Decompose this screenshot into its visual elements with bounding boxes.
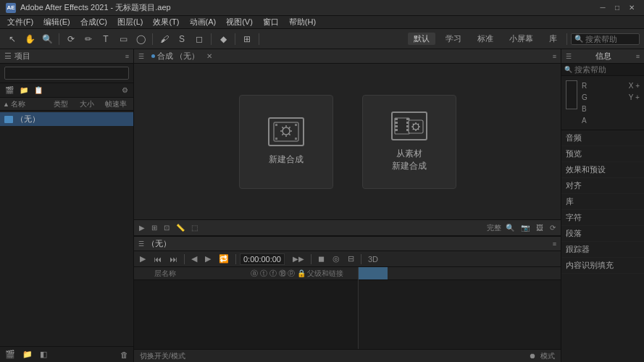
tl-quality-btn[interactable]: ◼ [315, 253, 327, 264]
close-button[interactable]: ✕ [625, 2, 638, 14]
tool-zoom[interactable]: 🔍 [39, 31, 55, 47]
tl-prev-keyframe-btn[interactable]: ◀ [188, 253, 200, 264]
tool-text[interactable]: T [98, 31, 114, 47]
tl-motion-blur-btn[interactable]: ◎ [330, 253, 343, 264]
comp-tab[interactable]: 合成 （无） [147, 51, 204, 62]
tool-clone[interactable]: S [174, 31, 190, 47]
section-content-aware[interactable]: 内容识别填充 [561, 258, 644, 274]
comp-always-preview-btn[interactable]: ▶ [137, 223, 147, 232]
timeline-menu-icon[interactable]: ☰ [138, 240, 144, 248]
section-align[interactable]: 对齐 [561, 178, 644, 194]
menu-effects[interactable]: 效果(T) [149, 16, 183, 28]
section-effects[interactable]: 效果和预设 [561, 162, 644, 178]
project-new-folder-footer-btn[interactable]: 📁 [20, 349, 35, 360]
info-rgba-values: R G B A [582, 80, 587, 127]
menu-layer[interactable]: 图层(L) [113, 16, 147, 28]
project-search-input[interactable] [4, 67, 129, 80]
tool-select[interactable]: ↖ [4, 31, 20, 47]
mode-small-screen[interactable]: 小屏幕 [503, 33, 539, 45]
section-paragraph[interactable]: 段落 [561, 226, 644, 242]
help-search-input[interactable] [585, 35, 636, 43]
tool-eraser[interactable]: ◻ [191, 31, 207, 47]
section-preview[interactable]: 预览 [561, 146, 644, 162]
info-panel-options-icon[interactable]: ≡ [636, 53, 640, 60]
comp-panel-options-icon[interactable]: ≡ [553, 53, 556, 60]
project-new-comp-btn[interactable]: 📋 [32, 85, 45, 95]
project-panel-menu-icon[interactable]: ☰ [4, 51, 12, 61]
project-interpret-btn[interactable]: 🎬 [3, 85, 16, 95]
menu-help[interactable]: 帮助(H) [285, 16, 320, 28]
menu-view[interactable]: 视图(V) [222, 16, 257, 28]
mode-learn[interactable]: 学习 [440, 33, 467, 45]
status-mode-btn[interactable]: 模式 [540, 351, 555, 361]
info-panel-menu-icon[interactable]: ☰ [566, 53, 572, 60]
comp-preview-btn[interactable]: ⟳ [548, 223, 558, 232]
comp-ruler-btn[interactable]: 📏 [174, 223, 187, 232]
project-interpret-footage-btn[interactable]: 🎬 [3, 349, 17, 360]
comp-snapshot-btn[interactable]: 📷 [519, 223, 532, 232]
project-panel-footer: 🎬 📁 ◧ 🗑 [0, 346, 133, 362]
tool-paint[interactable]: 🖌 [156, 31, 172, 47]
svg-rect-10 [275, 124, 277, 126]
timeline-playhead[interactable] [359, 267, 388, 279]
main-toolbar: ↖ ✋ 🔍 ⟳ ✏ T ▭ ◯ 🖌 S ◻ ◆ ⊞ 默认 学习 标准 小屏幕 库… [0, 29, 644, 49]
timeline-options-icon[interactable]: ≡ [553, 240, 556, 248]
project-item[interactable]: （无） [0, 112, 133, 126]
timeline-tab-label[interactable]: （无） [147, 238, 171, 249]
comp-tab-close[interactable]: ✕ [206, 52, 212, 60]
mode-standard[interactable]: 标准 [472, 33, 499, 45]
timeline-ruler[interactable] [359, 267, 561, 280]
menu-edit[interactable]: 编辑(E) [39, 16, 75, 28]
tool-puppet[interactable]: ◆ [215, 31, 231, 47]
project-settings-btn[interactable]: ⚙ [120, 85, 130, 95]
menu-file[interactable]: 文件(F) [3, 16, 38, 28]
menu-window[interactable]: 窗口 [259, 16, 283, 28]
tool-rotate[interactable]: ⟳ [63, 31, 79, 47]
tl-last-frame-btn[interactable]: ⏭ [167, 254, 180, 264]
timeline-panel-header: ☰ （无） ≡ [134, 237, 561, 251]
menu-composition[interactable]: 合成(C) [76, 16, 112, 28]
tool-shape-ellipse[interactable]: ◯ [133, 31, 149, 47]
info-search-input[interactable] [574, 65, 632, 74]
tool-hand[interactable]: ✋ [22, 31, 38, 47]
mode-library[interactable]: 库 [543, 33, 563, 45]
section-character[interactable]: 字符 [561, 210, 644, 226]
section-library[interactable]: 库 [561, 194, 644, 210]
comp-region-btn[interactable]: ⬚ [189, 223, 200, 232]
comp-grid-btn[interactable]: ⊞ [149, 223, 159, 232]
window-controls: ─ □ ✕ [596, 2, 638, 14]
app-icon: AE [6, 3, 16, 13]
from-footage-card[interactable]: 从素材 新建合成 [362, 95, 456, 189]
project-new-comp-footer-btn[interactable]: ◧ [38, 349, 49, 360]
new-comp-label: 新建合成 [269, 153, 304, 166]
status-toggle-btn[interactable]: 切换开关/模式 [140, 351, 185, 361]
tl-play-btn[interactable]: ▶ [137, 253, 149, 264]
tl-3d-layer-btn[interactable]: 3D [365, 254, 381, 264]
info-sections-list: 音频 预览 效果和预设 对齐 库 字符 段落 跟踪器 内容识别填充 [561, 130, 644, 274]
tl-loop-btn[interactable]: 🔁 [216, 253, 232, 264]
minimize-button[interactable]: ─ [596, 2, 609, 14]
tool-pen[interactable]: ✏ [80, 31, 96, 47]
project-delete-btn[interactable]: 🗑 [118, 350, 130, 360]
status-play-btn[interactable]: ⏺ [529, 352, 536, 360]
tool-shape-rect[interactable]: ▭ [115, 31, 131, 47]
comp-zoom-btn[interactable]: 🔍 [503, 223, 517, 232]
project-panel-options-icon[interactable]: ≡ [125, 53, 129, 60]
mode-default[interactable]: 默认 [408, 33, 435, 45]
tool-align[interactable]: ⊞ [239, 31, 255, 47]
comp-panel-menu-icon[interactable]: ☰ [138, 53, 144, 60]
section-audio[interactable]: 音频 [561, 130, 644, 146]
comp-guides-btn[interactable]: ⊡ [162, 223, 172, 232]
col-framerate: 帧速率 [105, 99, 130, 109]
new-comp-card[interactable]: 新建合成 [239, 95, 333, 189]
help-search-box[interactable]: 🔍 [571, 33, 640, 45]
maximize-button[interactable]: □ [611, 2, 624, 14]
tl-first-frame-btn[interactable]: ⏮ [151, 254, 164, 264]
comp-show-snapshot-btn[interactable]: 🖼 [534, 223, 545, 232]
menu-animation[interactable]: 动画(A) [185, 16, 221, 28]
tl-next-keyframe-btn[interactable]: ▶ [202, 253, 214, 264]
tl-frame-blend-btn[interactable]: ⊟ [345, 253, 357, 264]
svg-line-8 [288, 127, 290, 128]
project-new-folder-btn[interactable]: 📁 [17, 85, 30, 95]
section-tracker[interactable]: 跟踪器 [561, 242, 644, 258]
